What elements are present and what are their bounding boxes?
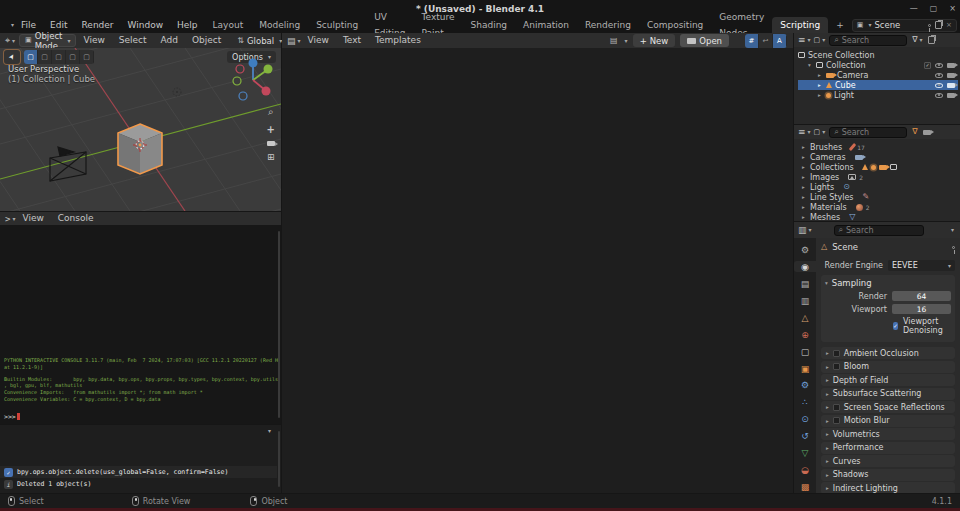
select-mode-new-button[interactable]: ▢ [24, 50, 38, 64]
blendfile-row-lights[interactable]: ▸Lights⊙ [800, 182, 958, 192]
editor-type-icon[interactable]: ≡ [798, 127, 806, 137]
menu-render[interactable]: Render [75, 18, 121, 33]
expand-icon[interactable]: ▸ [800, 204, 807, 210]
hide-eye-icon[interactable] [935, 73, 943, 78]
move-view-icon[interactable]: + [267, 124, 275, 135]
unlink-scene-icon[interactable]: × [946, 21, 952, 29]
text-menu-templates[interactable]: Templates [368, 33, 428, 48]
add-workspace-button[interactable]: + [828, 17, 852, 33]
active-tool-button[interactable]: ➤ [4, 50, 20, 64]
scene-selector[interactable]: ▣ ▾ Scene × [852, 19, 957, 32]
viewport-denoising-checkbox[interactable]: ✓ [893, 322, 898, 330]
blendfile-search-input[interactable]: ⌕ Search [829, 127, 907, 138]
mode-dropdown[interactable]: ▣ Object Mode ▾ [19, 34, 76, 47]
pin-icon[interactable] [928, 24, 931, 27]
expand-icon[interactable]: ▸ [800, 194, 807, 200]
tab-output[interactable]: ▤ [795, 278, 815, 289]
console-scrollbar[interactable] [278, 231, 280, 418]
text-menu-text[interactable]: Text [336, 33, 368, 48]
panel-indirect-lighting[interactable]: ▸Indirect Lighting [821, 482, 955, 493]
maximize-button[interactable]: ▢ [930, 4, 938, 13]
editor-type-icon[interactable]: ▥ [798, 225, 807, 235]
blendfile-row-materials[interactable]: ▸Materials2 [800, 202, 958, 212]
info-editor[interactable]: ▾ ✓ bpy.ops.object.delete(use_global=Fal… [0, 425, 281, 493]
collection-checkbox[interactable]: ✓ [924, 62, 931, 69]
display-mode-icon[interactable]: ▢ [814, 129, 821, 136]
tab-scene[interactable]: △ [795, 312, 815, 323]
editor-type-icon[interactable]: ⌖ [5, 35, 10, 46]
outliner-row-collection[interactable]: ▾ Collection ✓ [798, 60, 958, 70]
render-samples-field[interactable]: 64 [892, 291, 951, 301]
text-datablock-icon[interactable]: ▤ [610, 37, 618, 45]
expand-icon[interactable]: ▸ [800, 154, 807, 160]
viewport-menu-add[interactable]: Add [154, 33, 185, 48]
word-wrap-toggle[interactable]: ↩ [759, 34, 773, 48]
viewport-3d[interactable]: ➤ ▢ ▢ ▢ ▢ ▢ Options ▾ User Perspective (… [0, 48, 281, 211]
render-engine-dropdown[interactable]: EEVEE ▾ [888, 260, 955, 271]
disable-render-icon[interactable] [947, 93, 955, 98]
expand-icon[interactable]: ▸ [816, 82, 823, 88]
outliner-row-cube[interactable]: ▸ Cube [798, 80, 958, 90]
expand-icon[interactable]: ▾ [806, 62, 813, 68]
tab-constraints[interactable]: ↺ [795, 431, 815, 442]
operator-checkbox-icon[interactable]: ✓ [4, 468, 13, 477]
hide-eye-icon[interactable] [935, 83, 943, 88]
tab-object-data[interactable]: ▽ [795, 448, 815, 459]
disable-render-icon[interactable] [947, 73, 955, 78]
outliner-row-camera[interactable]: ▸ Camera [798, 70, 958, 80]
menu-window[interactable]: Window [121, 18, 171, 33]
panel-subsurface-scattering[interactable]: ▸Subsurface Scattering [821, 388, 955, 400]
expand-icon[interactable]: ▸ [816, 92, 823, 98]
tab-object[interactable]: ▣ [795, 363, 815, 374]
new-collection-icon[interactable] [928, 36, 935, 44]
python-console[interactable]: PYTHON INTERACTIVE CONSOLE 3.11.7 (main,… [0, 225, 281, 424]
syntax-highlight-toggle[interactable]: A [773, 34, 787, 48]
open-text-button[interactable]: Open [680, 34, 729, 47]
minimize-button[interactable]: — [910, 4, 918, 13]
display-filter-icon[interactable] [923, 130, 931, 135]
panel-bloom[interactable]: ▸Bloom [821, 361, 955, 373]
tab-scripting[interactable]: Scripting [772, 17, 828, 33]
camera-view-icon[interactable] [267, 141, 275, 146]
navigation-gizmo[interactable] [229, 56, 277, 104]
close-button[interactable]: × [949, 4, 956, 13]
viewport-samples-field[interactable]: 16 [892, 304, 951, 314]
menu-help[interactable]: Help [170, 18, 205, 33]
blendfile-row-brushes[interactable]: ▸Brushes17 [800, 142, 958, 152]
display-mode-icon[interactable]: ▢ [814, 37, 821, 44]
panel-performance[interactable]: ▸Performance [821, 442, 955, 454]
perspective-toggle-icon[interactable]: ⊞ [267, 152, 275, 162]
panel-screen-space-reflections[interactable]: ▸Screen Space Reflections [821, 401, 955, 413]
expand-icon[interactable]: ▸ [800, 214, 807, 220]
select-mode-extend-button[interactable]: ▢ [38, 50, 52, 64]
sampling-panel-header[interactable]: ▾ Sampling [825, 277, 951, 288]
blendfile-row-cameras[interactable]: ▸Cameras [800, 152, 958, 162]
panel-motion-blur[interactable]: ▸Motion Blur [821, 415, 955, 427]
tab-collection[interactable]: ▢ [795, 346, 815, 357]
expand-icon[interactable]: ▸ [800, 144, 807, 150]
tab-rendering[interactable]: Rendering [577, 17, 639, 33]
new-scene-icon[interactable] [935, 21, 942, 29]
tab-physics[interactable]: ⊙ [795, 414, 815, 425]
panel-ambient-occlusion[interactable]: ▸Ambient Occlusion [821, 347, 955, 359]
tab-world[interactable]: ⊕ [795, 329, 815, 340]
blendfile-row-meshes[interactable]: ▸Meshes▽ [800, 212, 958, 221]
panel-depth-of-field[interactable]: ▸Depth of Field [821, 374, 955, 386]
log-row-operator[interactable]: ✓ bpy.ops.object.delete(use_global=False… [0, 466, 277, 478]
select-mode-intersect-button[interactable]: ▢ [80, 50, 94, 64]
outliner-row-scene-collection[interactable]: Scene Collection [798, 50, 958, 60]
log-row-info[interactable]: i Deleted 1 object(s) [0, 478, 277, 490]
info-scrollbar[interactable] [278, 431, 280, 487]
editor-type-icon[interactable]: > [5, 214, 10, 224]
expand-icon[interactable]: ▸ [800, 174, 807, 180]
text-menu-view[interactable]: View [301, 33, 336, 48]
tab-shading[interactable]: Shading [462, 17, 515, 33]
transform-orientation-dropdown[interactable]: ⇅ Global ▾ [232, 34, 287, 47]
select-mode-subtract-button[interactable]: ▢ [52, 50, 66, 64]
panel-checkbox[interactable] [833, 350, 840, 357]
tab-tool[interactable]: ⚙ [795, 244, 815, 255]
expand-icon[interactable]: ▸ [800, 164, 807, 170]
panel-checkbox[interactable] [833, 404, 840, 411]
select-mode-invert-button[interactable]: ▢ [66, 50, 80, 64]
filter-icon[interactable]: ∇ [912, 128, 917, 136]
